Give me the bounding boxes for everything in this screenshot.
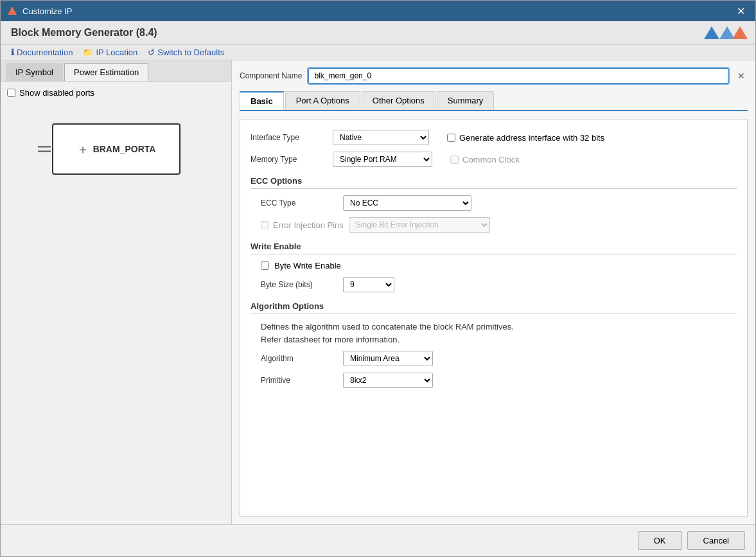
switch-to-defaults-link[interactable]: ↺ Switch to Defaults bbox=[148, 48, 224, 57]
title-bar-close-button[interactable]: ✕ bbox=[733, 4, 749, 19]
byte-size-label: Byte Size (bits) bbox=[261, 280, 338, 289]
tab-ip-symbol[interactable]: IP Symbol bbox=[6, 63, 63, 81]
dialog-title: Block Memory Generator (8.4) bbox=[11, 27, 157, 39]
app-icon bbox=[7, 6, 17, 16]
footer: OK Cancel bbox=[1, 524, 755, 556]
error-injection-checkbox-row: Error Injection Pins bbox=[261, 220, 344, 230]
memory-type-label: Memory Type bbox=[251, 155, 328, 164]
svg-marker-0 bbox=[8, 6, 17, 15]
algorithm-label: Algorithm bbox=[261, 354, 338, 363]
vivado-logo bbox=[704, 26, 745, 39]
algorithm-description: Defines the algorithm used to concatenat… bbox=[261, 321, 737, 346]
logo-triangle-orange bbox=[732, 26, 748, 39]
cancel-button[interactable]: Cancel bbox=[687, 531, 745, 550]
tab-summary[interactable]: Summary bbox=[437, 91, 495, 110]
ecc-options-section: ECC Type No ECC Hamming Code/ECC SECDED … bbox=[261, 195, 737, 233]
algorithm-select[interactable]: Minimum Area Low Power Fixed Primitive bbox=[343, 351, 433, 366]
algorithm-options-section: Defines the algorithm used to concatenat… bbox=[261, 321, 737, 388]
memory-type-select[interactable]: Single Port RAM Simple Dual Port RAM Tru… bbox=[333, 152, 432, 167]
error-injection-pins-checkbox[interactable] bbox=[261, 221, 269, 229]
tab-ip-symbol-label: IP Symbol bbox=[15, 67, 53, 77]
tab-power-estimation[interactable]: Power Estimation bbox=[64, 63, 148, 81]
basic-tab-content: Interface Type Native AXI4 AXI4LITE Gene… bbox=[240, 119, 748, 517]
tab-other-options-label: Other Options bbox=[373, 96, 425, 105]
right-panel: Component Name ✕ Basic Port A Options Ot… bbox=[232, 60, 755, 524]
bram-port-lines bbox=[38, 146, 51, 152]
primitive-row: Primitive 8kx2 16kx1 4kx4 2kx8 1kx16 512… bbox=[261, 373, 737, 388]
refresh-icon: ↺ bbox=[148, 48, 155, 57]
bram-plus-icon: ＋ bbox=[76, 141, 89, 158]
component-name-label: Component Name bbox=[240, 71, 302, 80]
documentation-link[interactable]: ℹ Documentation bbox=[11, 48, 73, 57]
title-bar-label: Customize IP bbox=[22, 6, 72, 16]
header: Block Memory Generator (8.4) bbox=[1, 21, 755, 45]
ecc-options-header: ECC Options bbox=[251, 176, 737, 189]
interface-type-row: Interface Type Native AXI4 AXI4LITE Gene… bbox=[251, 130, 737, 145]
algo-desc-text2: Refer datasheet for more information. bbox=[261, 335, 400, 344]
show-disabled-ports-row: Show disabled ports bbox=[7, 88, 225, 98]
title-bar: Customize IP ✕ bbox=[1, 1, 755, 21]
error-injection-pins-row: Error Injection Pins Single Bit Error In… bbox=[261, 217, 737, 233]
common-clock-label: Common Clock bbox=[462, 155, 520, 164]
ok-button[interactable]: OK bbox=[638, 531, 682, 550]
common-clock-row: Common Clock bbox=[450, 155, 520, 164]
switch-to-defaults-label: Switch to Defaults bbox=[157, 48, 224, 57]
title-bar-left: Customize IP bbox=[7, 6, 72, 16]
generate-address-checkbox[interactable] bbox=[447, 134, 455, 142]
folder-icon: 📁 bbox=[83, 48, 93, 57]
generate-address-label: Generate address interface with 32 bits bbox=[459, 133, 604, 143]
show-disabled-ports-label: Show disabled ports bbox=[19, 88, 94, 98]
bram-label: BRAM_PORTA bbox=[93, 144, 156, 154]
ip-location-link[interactable]: 📁 IP Location bbox=[83, 48, 137, 57]
tab-summary-label: Summary bbox=[448, 96, 484, 105]
byte-write-enable-row: Byte Write Enable bbox=[261, 261, 737, 270]
component-name-clear-button[interactable]: ✕ bbox=[735, 69, 748, 82]
left-panel-body: Show disabled ports ＋ BRAM_PORTA bbox=[1, 82, 231, 524]
port-line-2 bbox=[38, 151, 51, 152]
byte-write-enable-checkbox[interactable] bbox=[261, 261, 269, 270]
ecc-type-select[interactable]: No ECC Hamming Code/ECC SECDED bbox=[343, 195, 471, 211]
bram-box: ＋ BRAM_PORTA bbox=[52, 123, 180, 175]
interface-type-select[interactable]: Native AXI4 AXI4LITE bbox=[333, 130, 429, 145]
algorithm-row: Algorithm Minimum Area Low Power Fixed P… bbox=[261, 351, 737, 366]
show-disabled-ports-checkbox[interactable] bbox=[7, 89, 15, 97]
logo-triangle-blue bbox=[704, 26, 719, 39]
ecc-type-row: ECC Type No ECC Hamming Code/ECC SECDED bbox=[261, 195, 737, 211]
write-enable-header: Write Enable bbox=[251, 242, 737, 254]
byte-size-row: Byte Size (bits) 8 9 bbox=[261, 277, 737, 292]
main-content: IP Symbol Power Estimation Show disabled… bbox=[1, 60, 755, 524]
tab-port-a-options[interactable]: Port A Options bbox=[285, 91, 360, 110]
info-icon: ℹ bbox=[11, 48, 14, 57]
generate-address-row: Generate address interface with 32 bits bbox=[447, 133, 604, 143]
tab-basic[interactable]: Basic bbox=[240, 91, 284, 110]
port-line-1 bbox=[38, 146, 51, 148]
byte-write-enable-label: Byte Write Enable bbox=[274, 261, 341, 270]
algo-desc-text1: Defines the algorithm used to concatenat… bbox=[261, 322, 514, 332]
algorithm-options-header: Algorithm Options bbox=[251, 301, 737, 314]
error-injection-type-select[interactable]: Single Bit Error Injection Double Bit Er… bbox=[349, 217, 490, 233]
common-clock-checkbox[interactable] bbox=[450, 155, 459, 164]
left-panel-tabs: IP Symbol Power Estimation bbox=[1, 60, 231, 82]
bram-symbol-container: ＋ BRAM_PORTA bbox=[52, 123, 180, 175]
primitive-label: Primitive bbox=[261, 376, 338, 385]
interface-type-label: Interface Type bbox=[251, 133, 328, 142]
byte-size-select[interactable]: 8 9 bbox=[343, 277, 394, 292]
tab-port-a-options-label: Port A Options bbox=[296, 96, 349, 105]
config-tabs: Basic Port A Options Other Options Summa… bbox=[240, 91, 748, 111]
component-name-input[interactable] bbox=[308, 68, 728, 84]
tab-other-options[interactable]: Other Options bbox=[362, 91, 435, 110]
tab-basic-label: Basic bbox=[251, 96, 273, 106]
write-enable-section: Byte Write Enable Byte Size (bits) 8 9 bbox=[261, 261, 737, 292]
customize-ip-dialog: Customize IP ✕ Block Memory Generator (8… bbox=[0, 0, 756, 557]
bram-symbol: ＋ BRAM_PORTA bbox=[7, 123, 225, 175]
ecc-type-label: ECC Type bbox=[261, 199, 338, 208]
component-name-row: Component Name ✕ bbox=[240, 68, 748, 84]
documentation-label: Documentation bbox=[17, 48, 73, 57]
tab-power-estimation-label: Power Estimation bbox=[74, 67, 139, 77]
ip-location-label: IP Location bbox=[96, 48, 137, 57]
toolbar: ℹ Documentation 📁 IP Location ↺ Switch t… bbox=[1, 45, 755, 60]
primitive-select[interactable]: 8kx2 16kx1 4kx4 2kx8 1kx16 512x36 bbox=[343, 373, 433, 388]
error-injection-pins-label: Error Injection Pins bbox=[273, 220, 344, 230]
left-panel: IP Symbol Power Estimation Show disabled… bbox=[1, 60, 232, 524]
memory-type-row: Memory Type Single Port RAM Simple Dual … bbox=[251, 152, 737, 167]
